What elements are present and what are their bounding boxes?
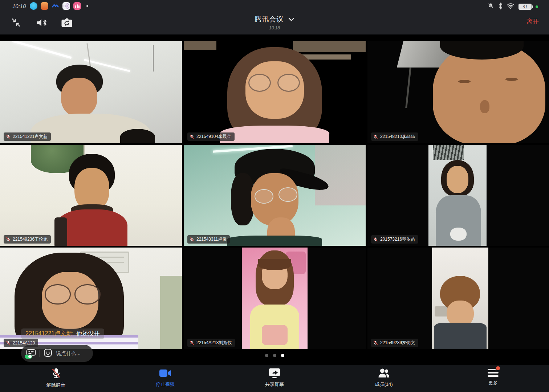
participant-name: 221549239罗钧文: [380, 340, 415, 346]
person-silhouette: [184, 145, 366, 246]
video-grid: 221541221卢文新 221549104李晨金: [0, 34, 549, 365]
participant-name: 221543311卢俊: [196, 236, 227, 242]
bell-muted-icon: [487, 3, 494, 11]
meeting-title-bar: 腾讯会议 10:18 离开: [0, 12, 549, 34]
muted-mic-icon: [190, 340, 194, 345]
video-feed: [0, 41, 182, 143]
participant-name: 221541221卢文新: [13, 134, 48, 140]
video-feed: [367, 41, 549, 143]
divider: [40, 350, 40, 357]
danmaku-icon[interactable]: [26, 349, 36, 358]
video-feed: [0, 145, 182, 246]
share-screen-icon: [268, 367, 281, 379]
notification-badge: [496, 366, 500, 370]
video-feed: [184, 41, 366, 143]
muted-mic-icon: [373, 134, 378, 139]
chat-message-sender: 221541221卢文新:: [25, 330, 74, 336]
participant-label: 22154A213刘斯仪: [187, 339, 235, 347]
meeting-title[interactable]: 腾讯会议: [0, 15, 549, 24]
notification-app-icons: [30, 2, 88, 10]
share-screen-label: 共享屏幕: [265, 381, 284, 388]
wifi-icon: [507, 3, 515, 11]
participant-label: 221541221卢文新: [4, 132, 51, 141]
participant-name: 221548210李晶晶: [380, 134, 415, 140]
brand-mark-icon: [52, 2, 59, 10]
video-feed: [367, 145, 549, 246]
participant-name: 221549236王伦龙: [13, 236, 48, 242]
meeting-elapsed-time: 10:18: [0, 25, 549, 30]
chat-message: 221541221卢文新:他还没开: [21, 328, 104, 339]
person-silhouette: [184, 41, 366, 143]
leave-meeting-button[interactable]: 离开: [526, 17, 539, 26]
muted-mic-icon: [190, 134, 194, 139]
stop-video-button[interactable]: 停止视频: [140, 367, 191, 392]
more-button[interactable]: 更多: [468, 367, 518, 392]
members-label: 成员(14): [375, 381, 393, 388]
unmute-button[interactable]: 解除静音: [30, 367, 81, 392]
person-silhouette: [0, 145, 182, 246]
top-bar: 10:10 91: [0, 0, 549, 34]
green-status-dot: [536, 5, 538, 8]
muted-mic-icon: [6, 134, 11, 139]
circles-app-icon: [62, 2, 70, 10]
share-screen-button[interactable]: 共享屏幕: [249, 367, 300, 392]
muted-mic-icon: [190, 237, 194, 242]
video-tile[interactable]: 221541221卢文新: [0, 41, 182, 143]
video-feed: [184, 145, 366, 246]
muted-mic-icon: [6, 340, 11, 345]
participant-label: 201573216琴依苗: [371, 235, 418, 244]
chevron-down-icon: [288, 17, 294, 21]
participant-name: 221549104李晨金: [196, 134, 231, 140]
page-dot-1[interactable]: [265, 354, 268, 357]
video-tile[interactable]: 22154A213刘斯仪: [184, 248, 366, 349]
page-dot-3-active[interactable]: [281, 354, 284, 357]
person-silhouette: [367, 248, 549, 349]
chat-message-text: 他还没开: [77, 330, 100, 336]
participant-label: 221543311卢俊: [187, 235, 230, 244]
video-camera-icon: [158, 367, 172, 379]
meeting-toolbar: 解除静音 停止视频 共享屏幕 成员(14) 更多: [0, 365, 549, 392]
page-dot-2[interactable]: [273, 354, 276, 357]
participant-name: 201573216琴依苗: [380, 236, 415, 242]
battery-indicator: 91: [518, 4, 532, 10]
video-tile[interactable]: 221549236王伦龙: [0, 145, 182, 246]
pink-app-icon: [73, 2, 81, 10]
video-tile[interactable]: 221549104李晨金: [184, 41, 366, 143]
chat-input[interactable]: 说点什么...: [21, 345, 93, 362]
battery-percent: 91: [523, 5, 527, 9]
notification-dot: [86, 5, 88, 7]
system-status-icons: 91: [487, 3, 538, 11]
emoji-icon[interactable]: [44, 348, 52, 359]
person-silhouette: [0, 41, 182, 143]
video-feed: [184, 248, 366, 349]
person-silhouette: [367, 145, 549, 246]
bluetooth-icon: [498, 3, 503, 11]
video-tile[interactable]: 201573216琴依苗: [367, 145, 549, 246]
meeting-title-text: 腾讯会议: [255, 15, 284, 23]
person-silhouette: [367, 41, 549, 143]
participant-label: 221549104李晨金: [187, 132, 235, 141]
muted-mic-icon: [373, 340, 378, 345]
more-icon: [488, 368, 499, 378]
unmute-label: 解除静音: [46, 382, 65, 388]
participant-name: 22154A213刘斯仪: [196, 340, 232, 346]
more-label: 更多: [488, 380, 498, 386]
video-tile[interactable]: 221548210李晶晶: [367, 41, 549, 143]
members-icon: [377, 367, 390, 379]
members-button[interactable]: 成员(14): [358, 367, 409, 392]
muted-mic-icon: [373, 237, 378, 242]
participant-label: 221549239罗钧文: [371, 339, 418, 347]
participant-label: 221549236王伦龙: [4, 235, 51, 244]
status-bar: 10:10 91: [0, 0, 549, 12]
qq-icon: [30, 2, 37, 10]
video-tile[interactable]: 221543311卢俊: [184, 145, 366, 246]
video-tile[interactable]: 221549239罗钧文: [367, 248, 549, 349]
video-feed: [367, 248, 549, 349]
chat-input-placeholder: 说点什么...: [56, 350, 81, 357]
clock-time: 10:10: [12, 3, 26, 9]
person-silhouette: [184, 248, 366, 349]
danmaku-toggle[interactable]: [25, 355, 32, 359]
participant-label: 221548210李晶晶: [371, 132, 418, 141]
muted-mic-icon: [6, 237, 11, 242]
game-app-icon: [41, 2, 48, 10]
